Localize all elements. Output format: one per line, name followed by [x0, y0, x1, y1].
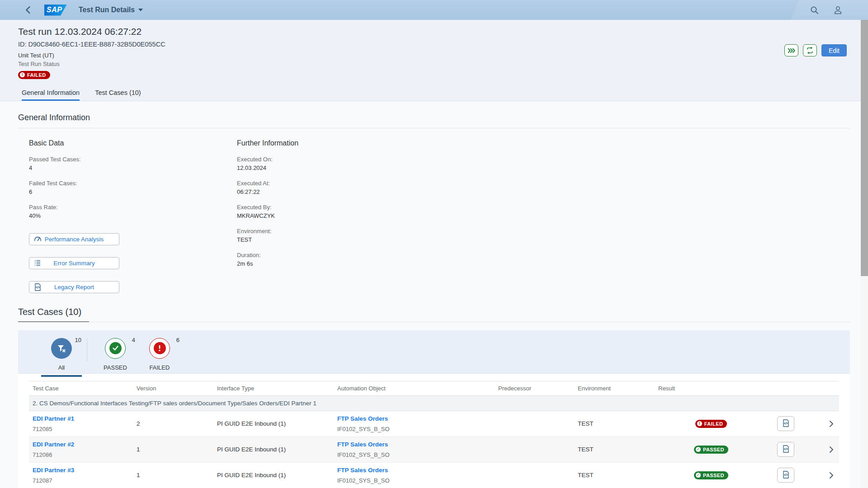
- test-cases-section-title: Test Cases (10): [18, 293, 850, 322]
- filter-label: PASSED: [104, 364, 127, 371]
- filter-tab-failed[interactable]: 6FAILED: [142, 338, 177, 371]
- field-value: 4: [29, 164, 237, 171]
- gauge-icon: [34, 235, 42, 244]
- column-header-interface-type: Interface Type: [213, 381, 334, 395]
- synchronize-icon: [806, 47, 814, 54]
- field: Executed On:12.03.2024: [237, 156, 298, 171]
- table-group-header[interactable]: 2. CS Demos/Functional Interfaces Testin…: [29, 396, 839, 411]
- row-navigation-chevron[interactable]: [804, 411, 839, 436]
- filter-tab-passed[interactable]: 4PASSED: [98, 338, 132, 371]
- field: Passed Test Cases:4: [29, 156, 237, 171]
- legacy-report-button[interactable]: [777, 416, 794, 431]
- column-header-version: Version: [133, 381, 213, 395]
- row-navigation-chevron[interactable]: [804, 463, 839, 488]
- result-badge: !FAILED: [695, 420, 727, 428]
- interface-type-cell: PI GUID E2E Inbound (1): [213, 463, 334, 488]
- test-cases-card: 10All4PASSED6FAILED Test CaseVersionInte…: [18, 330, 850, 488]
- basic-data-buttons: Performance AnalysisError SummaryLegacy …: [29, 233, 237, 293]
- field-value: 06:27:22: [237, 188, 298, 195]
- field-value: 12.03.2024: [237, 164, 298, 171]
- performance-analysis-button[interactable]: Performance Analysis: [29, 233, 119, 245]
- legacy-report-button[interactable]: Legacy Report: [29, 281, 119, 293]
- automation-object-link[interactable]: FTP Sales Orders: [337, 441, 491, 448]
- general-information-section-title: General Information: [18, 101, 850, 128]
- test-case-link[interactable]: EDI Partner #3: [33, 467, 129, 474]
- field-label: Executed At:: [237, 180, 298, 187]
- check-circle-icon: [105, 338, 126, 359]
- predecessor-cell: [495, 463, 574, 488]
- legacy-report-button[interactable]: [777, 468, 794, 483]
- environment-cell: TEST: [574, 463, 655, 488]
- table-row[interactable]: EDI Partner #17120852PI GUID E2E Inbound…: [29, 411, 839, 437]
- object-page-header: Test run 12.03.2024 06:27:22 ID: D90C846…: [0, 20, 868, 101]
- test-case-link[interactable]: EDI Partner #2: [33, 441, 129, 448]
- automation-object-link[interactable]: FTP Sales Orders: [337, 415, 491, 422]
- filter-tab-all[interactable]: 10All: [44, 338, 79, 371]
- filter-funnel-icon: [51, 338, 72, 359]
- field: Duration:2m 6s: [237, 252, 298, 267]
- check-icon: ✓: [696, 447, 701, 452]
- table-body: EDI Partner #17120852PI GUID E2E Inbound…: [29, 411, 839, 488]
- field-label: Executed By:: [237, 204, 298, 211]
- exclamation-circle-icon: [149, 338, 170, 359]
- test-case-id: 712086: [33, 451, 129, 458]
- automation-object-id: IF0102_SYS_B_SO: [337, 477, 491, 484]
- test-case-link[interactable]: EDI Partner #1: [33, 415, 129, 422]
- rerun-button[interactable]: [803, 44, 817, 56]
- result-badge-text: PASSED: [703, 473, 724, 478]
- field-value: 6: [29, 188, 237, 195]
- tab-general-information[interactable]: General Information: [22, 89, 80, 101]
- row-navigation-chevron[interactable]: [804, 437, 839, 462]
- further-information-group: Further Information Executed On:12.03.20…: [237, 139, 298, 293]
- version-cell: 2: [133, 411, 213, 436]
- legacy-report-button[interactable]: [777, 442, 794, 457]
- test-cases-table: Test CaseVersionInterface TypeAutomation…: [18, 374, 850, 488]
- test-case-id: 712087: [33, 477, 129, 484]
- vertical-scrollbar[interactable]: [861, 20, 868, 488]
- expand-actions-button[interactable]: [784, 44, 798, 56]
- test-run-id: ID: D90C8460-6EC1-1EEE-B887-32B5D0E055CC: [18, 41, 850, 48]
- column-header-predecessor: Predecessor: [495, 381, 574, 395]
- legacy-doc-icon: [782, 445, 790, 454]
- interface-type-cell: PI GUID E2E Inbound (1): [213, 437, 334, 462]
- scrollbar-thumb[interactable]: [861, 20, 868, 276]
- page-content: General Information Basic Data Passed Te…: [0, 101, 868, 488]
- field-label: Environment:: [237, 228, 298, 235]
- exclamation-icon: !: [697, 421, 702, 426]
- field: Executed At:06:27:22: [237, 180, 298, 195]
- further-information-fields: Executed On:12.03.2024Executed At:06:27:…: [237, 156, 298, 267]
- search-icon[interactable]: [809, 5, 819, 15]
- column-header-automation-object: Automation Object: [334, 381, 495, 395]
- field-value: MKRAWCZYK: [237, 212, 298, 219]
- legacy-doc-icon: [34, 283, 42, 292]
- header-actions: Edit: [784, 44, 847, 56]
- exclamation-icon: !: [20, 72, 25, 77]
- field-label: Passed Test Cases:: [29, 156, 237, 163]
- back-button[interactable]: [22, 4, 34, 16]
- shell-app-title-text: Test Run Details: [79, 6, 135, 14]
- further-information-title: Further Information: [237, 139, 298, 147]
- user-profile-icon[interactable]: [833, 5, 843, 15]
- button-label: Legacy Report: [54, 284, 94, 291]
- edit-button[interactable]: Edit: [821, 44, 847, 56]
- environment-cell: TEST: [574, 437, 655, 462]
- tab-test-cases-10[interactable]: Test Cases (10): [95, 89, 141, 101]
- test-cases-filter-strip: 10All4PASSED6FAILED: [18, 330, 850, 374]
- test-case-id: 712085: [33, 426, 129, 432]
- column-header-test-case: Test Case: [29, 381, 133, 395]
- result-badge: ✓PASSED: [694, 446, 728, 454]
- error-summary-button[interactable]: Error Summary: [29, 257, 119, 269]
- automation-object-link[interactable]: FTP Sales Orders: [337, 467, 491, 474]
- field-value: 40%: [29, 212, 237, 219]
- predecessor-cell: [495, 411, 574, 436]
- status-label: Test Run Status: [18, 61, 850, 67]
- interface-type-cell: PI GUID E2E Inbound (1): [213, 411, 334, 436]
- field: Executed By:MKRAWCZYK: [237, 204, 298, 219]
- shell-app-title[interactable]: Test Run Details: [79, 6, 143, 14]
- shell-right-icons: [809, 5, 855, 15]
- table-row[interactable]: EDI Partner #37120871PI GUID E2E Inbound…: [29, 463, 839, 488]
- predecessor-cell: [495, 437, 574, 462]
- table-header-row: Test CaseVersionInterface TypeAutomation…: [29, 381, 839, 396]
- automation-object-id: IF0102_SYS_B_SO: [337, 451, 491, 458]
- table-row[interactable]: EDI Partner #27120861PI GUID E2E Inbound…: [29, 437, 839, 463]
